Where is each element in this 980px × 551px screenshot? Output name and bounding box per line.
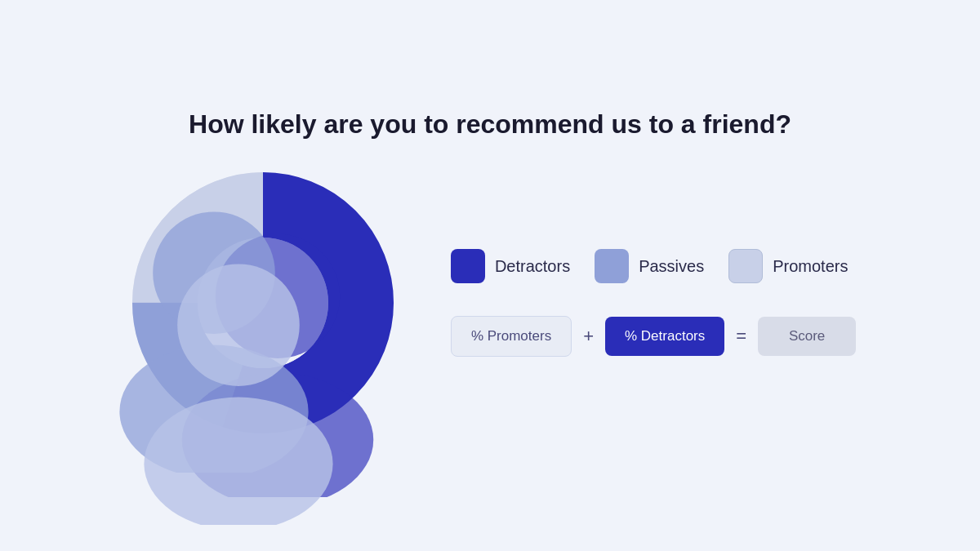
page-wrapper: How likely are you to recommend us to a … bbox=[0, 0, 980, 551]
legend-swatch-passives bbox=[595, 249, 629, 283]
chart-legend: Detractors Passives Promoters bbox=[451, 249, 856, 283]
legend-label-promoters: Promoters bbox=[773, 257, 848, 276]
legend-label-passives: Passives bbox=[639, 257, 704, 276]
donut-chart-wrapper bbox=[124, 164, 402, 442]
legend-swatch-detractors bbox=[451, 249, 485, 283]
svg-point-9 bbox=[177, 264, 300, 386]
svg-point-10 bbox=[144, 398, 332, 525]
right-panel: Detractors Passives Promoters % Promoter… bbox=[451, 249, 856, 357]
legend-item-passives: Passives bbox=[595, 249, 704, 283]
person-icon-promoters bbox=[100, 247, 377, 525]
formula-score-label: Score bbox=[789, 328, 825, 344]
content-row: Detractors Passives Promoters % Promoter… bbox=[124, 164, 856, 442]
formula-detractors-label: % Detractors bbox=[625, 328, 705, 344]
legend-swatch-promoters bbox=[728, 249, 763, 283]
formula-score-box: Score bbox=[758, 317, 856, 356]
page-title: How likely are you to recommend us to a … bbox=[189, 109, 791, 140]
legend-item-promoters: Promoters bbox=[728, 249, 848, 283]
formula-promoters-label: % Promoters bbox=[471, 328, 551, 344]
legend-label-detractors: Detractors bbox=[495, 257, 570, 276]
formula-plus: + bbox=[583, 326, 594, 347]
formula-promoters-box: % Promoters bbox=[451, 316, 572, 357]
legend-item-detractors: Detractors bbox=[451, 249, 570, 283]
formula-equals: = bbox=[736, 326, 746, 347]
formula-row: % Promoters + % Detractors = Score bbox=[451, 316, 856, 357]
formula-detractors-box: % Detractors bbox=[605, 317, 724, 356]
